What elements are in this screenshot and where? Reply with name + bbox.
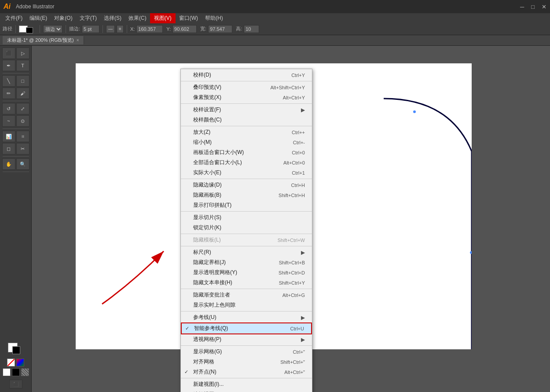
menu-item-effect[interactable]: 效果(C) xyxy=(125,14,150,23)
hide-template-label: 隐藏模板(L) xyxy=(193,236,221,244)
actual-size-label: 实际大小(E) xyxy=(193,169,221,176)
tool-sep-2 xyxy=(3,101,29,101)
type-tool[interactable]: T xyxy=(16,60,29,71)
menu-item-show-slices[interactable]: 显示切片(S) xyxy=(181,212,312,223)
menu-item-hide-edges[interactable]: 隐藏边缘(D) Ctrl+H xyxy=(181,180,312,190)
menu-item-hide-text-threads[interactable]: 隐藏文本串接(H) Shift+Ctrl+Y xyxy=(181,278,312,288)
menu-item-smart-guides[interactable]: ✓ 智能参考线(Q) Ctrl+U xyxy=(181,322,312,334)
stroke-swatch[interactable] xyxy=(12,346,20,354)
menu-item-proof-setup[interactable]: 校样设置(F) ▶ xyxy=(181,105,312,115)
slice-tool[interactable]: ⌗ xyxy=(16,131,29,142)
menu-item-edit-view[interactable]: 编辑视图... xyxy=(181,389,312,392)
actual-size-shortcut: Ctrl+1 xyxy=(283,170,305,176)
column-chart-tool[interactable]: 📊 xyxy=(2,131,15,142)
warp-tool[interactable]: ~ xyxy=(2,115,15,127)
color-swatches: ⬛ xyxy=(1,341,31,390)
menu-item-hide-artboards[interactable]: 隐藏画板(B) Shift+Ctrl+H xyxy=(181,190,312,200)
minimize-btn[interactable]: ─ xyxy=(520,4,524,10)
anchor-point xyxy=(413,110,416,113)
y-value[interactable]: 90.602 xyxy=(172,25,197,33)
menu-item-perspective-grid[interactable]: 透视网格(P) ▶ xyxy=(181,334,312,344)
menu-item-edit[interactable]: 编辑(E) xyxy=(26,14,51,23)
pen-tool[interactable]: ✒ xyxy=(2,60,15,71)
menu-item-help[interactable]: 帮助(H) xyxy=(202,14,227,23)
stroke-value[interactable]: 5 pt xyxy=(82,25,99,33)
pattern-swatch[interactable] xyxy=(21,368,29,376)
menu-section-10: 参考线(U) ▶ ✓ 智能参考线(Q) Ctrl+U 透视网格(P) ▶ xyxy=(181,311,312,346)
snap-to-point-check-icon: ✓ xyxy=(184,369,188,375)
x-value[interactable]: 160.357 xyxy=(136,25,163,33)
maximize-btn[interactable]: □ xyxy=(531,4,535,10)
menu-item-proof-color[interactable]: 校样颜色(C) xyxy=(181,115,312,125)
black-mode-swatch[interactable] xyxy=(12,368,20,376)
menu-item-rulers[interactable]: 标尺(R) ▶ xyxy=(181,247,312,257)
menu-item-snap-to-grid[interactable]: 对齐网格 Shift+Ctrl+" xyxy=(181,357,312,367)
menu-item-show-grid[interactable]: 显示网格(G) Ctrl+" xyxy=(181,347,312,357)
snap-to-grid-shortcut: Shift+Ctrl+" xyxy=(271,359,305,365)
tool-row-1: ⬛ ▷ xyxy=(2,48,29,59)
scissors-tool[interactable]: ✂ xyxy=(16,143,29,154)
menu-section-9: 隐藏渐变批注者 Alt+Ctrl+G 显示实时上色间隙 xyxy=(181,289,312,311)
menu-item-fit-all[interactable]: 全部适合窗口大小(L) Alt+Ctrl+0 xyxy=(181,158,312,168)
menu-item-hide-gradient-annotator[interactable]: 隐藏渐变批注者 Alt+Ctrl+G xyxy=(181,290,312,300)
rect-tool[interactable]: □ xyxy=(16,75,29,87)
blend-tool[interactable]: ⊙ xyxy=(16,115,29,127)
smart-guides-shortcut: Ctrl+U xyxy=(282,326,304,331)
menu-item-select[interactable]: 选择(S) xyxy=(100,14,125,23)
menu-section-5: 隐藏边缘(D) Ctrl+H 隐藏画板(B) Shift+Ctrl+H 显示打印… xyxy=(181,179,312,212)
stroke-type-select[interactable]: 描边 xyxy=(43,25,62,33)
stroke-style-btn[interactable]: ― xyxy=(106,25,115,33)
pencil-tool[interactable]: ✏ xyxy=(2,88,15,99)
tab-close-btn[interactable]: × xyxy=(77,38,79,43)
eraser-tool[interactable]: ◻ xyxy=(2,143,15,154)
menu-item-pixel-preview[interactable]: 像素预览(X) Alt+Ctrl+Y xyxy=(181,92,312,103)
menu-item-proof[interactable]: 校样(D) Ctrl+Y xyxy=(181,70,312,80)
select-tool[interactable]: ⬛ xyxy=(2,48,15,59)
close-btn[interactable]: ✕ xyxy=(542,4,546,10)
document-tab[interactable]: 未标题-1* @ 200% (RGB/预览) × xyxy=(3,36,84,44)
menu-item-zoom-in[interactable]: 放大(Z) Ctrl++ xyxy=(181,127,312,137)
menu-item-guides[interactable]: 参考线(U) ▶ xyxy=(181,312,312,322)
menu-item-fit-artboard[interactable]: 画板适合窗口大小(W) Ctrl+0 xyxy=(181,147,312,158)
zoom-tool[interactable]: 🔍 xyxy=(16,158,29,170)
tool-row-2: ✒ T xyxy=(2,60,29,71)
hand-tool[interactable]: ✋ xyxy=(2,158,15,170)
paint-tool[interactable]: 🖌 xyxy=(16,88,29,99)
menu-item-zoom-out[interactable]: 缩小(M) Ctrl+- xyxy=(181,137,312,147)
menu-item-show-live-paint-gaps[interactable]: 显示实时上色间隙 xyxy=(181,300,312,310)
none-swatch[interactable] xyxy=(7,359,15,366)
menu-item-proof-setup-label: 校样设置(F) xyxy=(193,106,221,114)
change-screen-mode-btn[interactable]: ⬛ xyxy=(9,380,22,388)
line-tool[interactable]: ╲ xyxy=(2,75,15,87)
stroke-color[interactable] xyxy=(26,27,33,33)
menu-item-object[interactable]: 对象(O) xyxy=(51,14,76,23)
color-wheel-swatch[interactable] xyxy=(16,359,24,366)
menu-item-view[interactable]: 视图(V) xyxy=(150,13,176,23)
menu-item-pixel-shortcut: Alt+Ctrl+Y xyxy=(274,95,305,100)
menu-item-lock-slices[interactable]: 锁定切片(K) xyxy=(181,223,312,233)
menu-item-hide-template: 隐藏模板(L) Shift+Ctrl+W xyxy=(181,235,312,245)
toolbar-sep-4 xyxy=(103,25,103,33)
menu-item-actual-size[interactable]: 实际大小(E) Ctrl+1 xyxy=(181,168,312,178)
direct-select-tool[interactable]: ▷ xyxy=(16,48,29,59)
rotate-tool[interactable]: ↺ xyxy=(2,103,15,114)
menu-item-hide-bounding-box[interactable]: 隐藏定界框(J) Shift+Ctrl+B xyxy=(181,257,312,267)
menu-item-new-view[interactable]: 新建视图(I)... xyxy=(181,379,312,389)
menu-item-proof-label: 校样(D) xyxy=(193,71,211,79)
hide-gradient-annotator-shortcut: Alt+Ctrl+G xyxy=(274,293,305,298)
menu-item-file[interactable]: 文件(F) xyxy=(2,14,26,23)
stroke-cap-btn[interactable]: ≡ xyxy=(117,25,124,33)
h-value[interactable]: 10 xyxy=(244,25,259,33)
menu-item-text[interactable]: 文字(T) xyxy=(76,14,100,23)
show-transparency-grid-shortcut: Shift+Ctrl+D xyxy=(270,270,305,275)
show-grid-label: 显示网格(G) xyxy=(193,348,222,355)
w-value[interactable]: 97.547 xyxy=(208,25,232,33)
menu-item-show-print-tiling[interactable]: 显示打印拼贴(T) xyxy=(181,200,312,210)
menu-item-snap-to-point[interactable]: ✓ 对齐点(N) Alt+Ctrl+" xyxy=(181,367,312,377)
menu-item-show-transparency-grid[interactable]: 显示透明度网格(Y) Shift+Ctrl+D xyxy=(181,267,312,278)
white-mode-swatch[interactable] xyxy=(3,368,11,376)
artwork-path xyxy=(384,99,472,349)
scale-tool[interactable]: ⤢ xyxy=(16,103,29,114)
menu-item-overprint-preview[interactable]: 叠印预览(V) Alt+Shift+Ctrl+Y xyxy=(181,82,312,92)
menu-item-window[interactable]: 窗口(W) xyxy=(176,14,202,23)
